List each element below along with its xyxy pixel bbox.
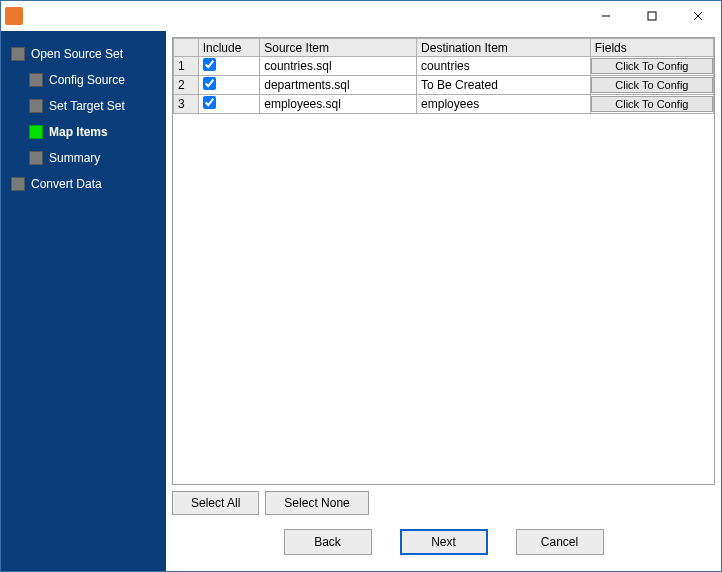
source-item-cell[interactable]: employees.sql	[260, 95, 417, 114]
next-button[interactable]: Next	[400, 529, 488, 555]
selection-button-row: Select All Select None	[172, 485, 715, 521]
wizard-step[interactable]: Config Source	[9, 67, 162, 93]
items-table-wrap: Include Source Item Destination Item Fie…	[172, 37, 715, 485]
wizard-step[interactable]: Open Source Set	[9, 41, 162, 67]
step-label: Convert Data	[31, 177, 102, 191]
fields-cell: Click To Config	[590, 57, 713, 76]
config-fields-button[interactable]: Click To Config	[591, 58, 713, 74]
include-checkbox[interactable]	[203, 58, 216, 71]
col-fields[interactable]: Fields	[590, 39, 713, 57]
wizard-step[interactable]: Convert Data	[9, 171, 162, 197]
include-checkbox[interactable]	[203, 77, 216, 90]
source-item-cell[interactable]: departments.sql	[260, 76, 417, 95]
fields-cell: Click To Config	[590, 76, 713, 95]
fields-cell: Click To Config	[590, 95, 713, 114]
wizard-nav-row: Back Next Cancel	[172, 521, 715, 565]
col-destination[interactable]: Destination Item	[417, 39, 591, 57]
step-status-icon	[29, 99, 43, 113]
wizard-steps-sidebar: Open Source SetConfig SourceSet Target S…	[1, 31, 166, 571]
select-none-button[interactable]: Select None	[265, 491, 368, 515]
wizard-step[interactable]: Map Items	[9, 119, 162, 145]
minimize-button[interactable]	[583, 1, 629, 31]
step-status-icon	[11, 177, 25, 191]
col-source[interactable]: Source Item	[260, 39, 417, 57]
maximize-icon	[647, 11, 657, 21]
maximize-button[interactable]	[629, 1, 675, 31]
step-label: Config Source	[49, 73, 125, 87]
select-all-button[interactable]: Select All	[172, 491, 259, 515]
app-icon	[5, 7, 23, 25]
col-rownum	[174, 39, 199, 57]
step-label: Set Target Set	[49, 99, 125, 113]
config-fields-button[interactable]: Click To Config	[591, 77, 713, 93]
close-button[interactable]	[675, 1, 721, 31]
step-label: Open Source Set	[31, 47, 123, 61]
cancel-button[interactable]: Cancel	[516, 529, 604, 555]
table-row[interactable]: 3employees.sqlemployeesClick To Config	[174, 95, 714, 114]
destination-item-cell[interactable]: employees	[417, 95, 591, 114]
step-status-icon	[29, 73, 43, 87]
table-header-row: Include Source Item Destination Item Fie…	[174, 39, 714, 57]
table-row[interactable]: 2departments.sqlTo Be CreatedClick To Co…	[174, 76, 714, 95]
source-item-cell[interactable]: countries.sql	[260, 57, 417, 76]
include-cell	[198, 76, 260, 95]
close-icon	[693, 11, 703, 21]
include-checkbox[interactable]	[203, 96, 216, 109]
config-fields-button[interactable]: Click To Config	[591, 96, 713, 112]
step-label: Map Items	[49, 125, 108, 139]
include-cell	[198, 95, 260, 114]
minimize-icon	[601, 11, 611, 21]
main-panel: Include Source Item Destination Item Fie…	[166, 31, 721, 571]
step-label: Summary	[49, 151, 100, 165]
table-row[interactable]: 1countries.sqlcountriesClick To Config	[174, 57, 714, 76]
items-table: Include Source Item Destination Item Fie…	[173, 38, 714, 114]
svg-rect-1	[648, 12, 656, 20]
destination-item-cell[interactable]: To Be Created	[417, 76, 591, 95]
col-include[interactable]: Include	[198, 39, 260, 57]
step-status-icon	[11, 47, 25, 61]
titlebar	[1, 1, 721, 31]
include-cell	[198, 57, 260, 76]
step-status-icon	[29, 125, 43, 139]
svg-line-3	[694, 12, 702, 20]
svg-line-2	[694, 12, 702, 20]
wizard-step[interactable]: Set Target Set	[9, 93, 162, 119]
app-window: Open Source SetConfig SourceSet Target S…	[0, 0, 722, 572]
back-button[interactable]: Back	[284, 529, 372, 555]
row-number: 1	[174, 57, 199, 76]
row-number: 2	[174, 76, 199, 95]
row-number: 3	[174, 95, 199, 114]
destination-item-cell[interactable]: countries	[417, 57, 591, 76]
body: Open Source SetConfig SourceSet Target S…	[1, 31, 721, 571]
step-status-icon	[29, 151, 43, 165]
window-controls	[583, 1, 721, 31]
wizard-step[interactable]: Summary	[9, 145, 162, 171]
